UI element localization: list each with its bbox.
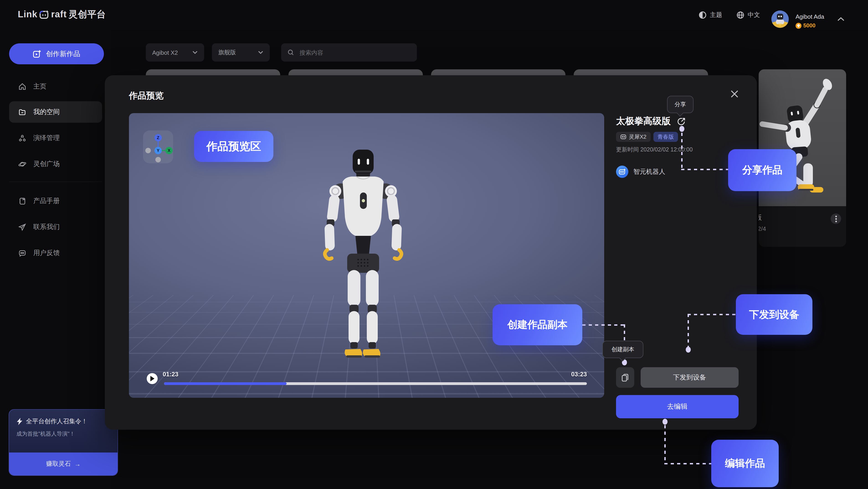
robot-face-icon	[620, 134, 626, 140]
arrow-right-icon: →	[74, 460, 81, 467]
author-avatar	[616, 166, 628, 178]
user-menu-chevron[interactable]	[837, 17, 845, 22]
theme-toggle[interactable]: 主题	[699, 11, 722, 19]
go-edit-button[interactable]: 去编辑	[616, 395, 739, 418]
chevron-down-icon	[258, 51, 264, 54]
create-new-work-button[interactable]: 创作新作品	[9, 43, 104, 64]
connector-line	[582, 324, 625, 326]
lightning-icon	[17, 418, 23, 425]
sidebar-item-my-space[interactable]: 我的空间	[9, 101, 102, 123]
connector-dot	[686, 347, 691, 353]
sidebar-item-plaza[interactable]: 灵创广场	[9, 153, 102, 175]
logo-text-raft: raft	[51, 9, 66, 20]
copy-work-button[interactable]	[616, 367, 634, 388]
copy-tooltip: 创建副本	[602, 341, 643, 358]
earn-gems-button[interactable]: 赚取灵石 →	[9, 453, 118, 475]
search-input[interactable]	[299, 49, 410, 56]
share-icon[interactable]	[677, 117, 686, 126]
user-avatar[interactable]: V	[771, 10, 789, 28]
connector-line	[664, 463, 711, 464]
logo-text-cn: 灵创平台	[69, 8, 106, 21]
connector-dot	[662, 419, 668, 425]
deploy-to-device-button[interactable]: 下发到设备	[641, 367, 739, 388]
svg-text:V: V	[779, 22, 781, 27]
sidebar-item-performance-mgmt[interactable]: 演绎管理	[9, 127, 102, 149]
planet-icon	[18, 160, 26, 168]
create-video-icon	[33, 50, 41, 58]
current-time: 01:23	[163, 371, 178, 378]
chevron-down-icon	[192, 51, 198, 54]
play-button[interactable]	[147, 373, 158, 384]
callout-share-work: 分享作品	[728, 149, 797, 191]
robot-figure	[313, 149, 413, 363]
app-root: Link raft 灵创平台 主题 中文	[0, 0, 868, 489]
language-label: 中文	[748, 11, 760, 19]
total-time: 03:23	[571, 371, 587, 378]
model-dropdown[interactable]: Agibot X2	[146, 43, 204, 62]
card-menu-button[interactable]	[831, 213, 841, 224]
handbook-icon	[18, 197, 26, 205]
axis-gizmo[interactable]: Z Y X	[143, 131, 173, 163]
connector-line	[664, 425, 666, 464]
card-title-fragment: 版	[758, 213, 762, 222]
card-count: 2/4	[758, 225, 766, 232]
promo-subtitle: 成为首批"机器人导演"！	[17, 430, 75, 438]
sidebar-item-contact[interactable]: 联系我们	[9, 216, 102, 238]
theme-label: 主题	[710, 11, 722, 19]
progress-fill	[164, 382, 287, 385]
sidebar: 创作新作品 主页 我的空间 演绎管理 灵创广场 产品手册 联系我们	[0, 30, 111, 489]
gizmo-x-axis: X	[165, 147, 173, 154]
gizmo-z-axis: Z	[154, 134, 162, 141]
theme-contrast-icon	[699, 11, 707, 19]
sidebar-item-feedback[interactable]: 用户反馈	[9, 242, 102, 264]
gizmo-axis-neg	[155, 157, 161, 163]
network-nodes-icon	[18, 134, 26, 142]
search-icon	[287, 49, 294, 56]
connector-line	[688, 314, 689, 347]
gizmo-y-axis: Y	[154, 147, 162, 154]
coin-gem-icon	[796, 23, 802, 29]
top-header: Link raft 灵创平台 主题 中文	[0, 0, 868, 30]
callout-edit-work: 编辑作品	[711, 440, 779, 487]
robot-face-logo-icon	[39, 9, 49, 19]
search-box	[281, 43, 417, 62]
connector-line	[681, 169, 728, 170]
gizmo-axis-neg	[145, 148, 151, 153]
user-name: Agibot Ada	[796, 13, 824, 20]
sidebar-item-home[interactable]: 主页	[9, 76, 102, 97]
author-row: 智元机器人	[616, 166, 665, 178]
globe-icon	[736, 11, 745, 19]
promo-card: 全平台创作人召集令！ 成为首批"机器人导演"！ 赚取灵石 →	[9, 409, 118, 476]
paper-plane-icon	[18, 223, 26, 231]
callout-preview-area: 作品预览区	[194, 131, 273, 162]
home-icon	[18, 82, 26, 90]
modal-title: 作品预览	[129, 90, 163, 102]
edition-dropdown[interactable]: 旗舰版	[212, 43, 270, 62]
language-switcher[interactable]: 中文	[736, 11, 760, 19]
feedback-chat-icon	[18, 249, 26, 257]
sidebar-divider	[9, 181, 102, 182]
kebab-menu-icon	[835, 215, 837, 222]
work-title: 太极拳高级版	[616, 115, 671, 127]
connector-line	[681, 133, 683, 170]
progress-bar[interactable]	[164, 382, 587, 385]
author-name: 智元机器人	[633, 168, 665, 176]
work-preview-modal: 作品预览	[105, 75, 757, 430]
connector-dot	[679, 126, 684, 132]
promo-title: 全平台创作人召集令！	[26, 418, 88, 426]
connector-line	[688, 314, 736, 315]
share-tooltip: 分享	[667, 96, 693, 113]
edition-tag: 青春版	[653, 132, 678, 142]
close-icon[interactable]	[730, 89, 740, 100]
callout-deploy-device: 下发到设备	[736, 294, 812, 335]
callout-copy-work: 创建作品副本	[493, 304, 582, 345]
logo-text-link: Link	[18, 9, 37, 20]
model-tag: 灵犀X2	[616, 132, 650, 142]
play-icon	[150, 376, 154, 381]
app-logo: Link raft 灵创平台	[18, 8, 106, 21]
folder-icon	[18, 108, 26, 116]
user-coins: 5000	[796, 22, 815, 29]
copy-icon	[621, 373, 629, 381]
sidebar-item-manual[interactable]: 产品手册	[9, 190, 102, 212]
robot-face-icon	[618, 168, 626, 176]
